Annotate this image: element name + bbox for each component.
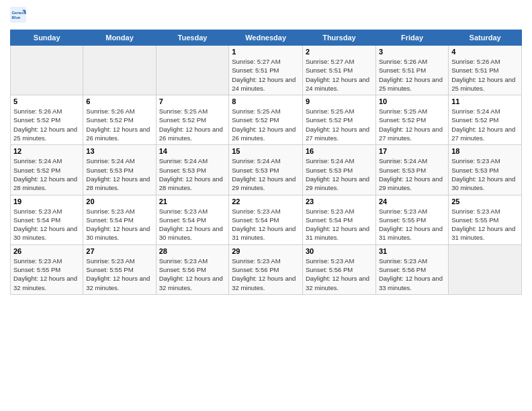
calendar-cell: 26Sunrise: 5:23 AM Sunset: 5:55 PM Dayli… bbox=[11, 244, 83, 294]
calendar-cell: 11Sunrise: 5:24 AM Sunset: 5:52 PM Dayli… bbox=[449, 95, 522, 145]
calendar-cell: 3Sunrise: 5:26 AM Sunset: 5:51 PM Daylig… bbox=[375, 46, 448, 95]
day-number: 19 bbox=[13, 197, 80, 205]
day-number: 1 bbox=[232, 48, 300, 56]
calendar-cell: 30Sunrise: 5:23 AM Sunset: 5:56 PM Dayli… bbox=[302, 244, 375, 294]
day-info: Sunrise: 5:26 AM Sunset: 5:52 PM Dayligh… bbox=[86, 107, 152, 142]
col-header-sunday: Sunday bbox=[11, 30, 83, 46]
calendar-week-row: 12Sunrise: 5:24 AM Sunset: 5:52 PM Dayli… bbox=[11, 145, 522, 195]
col-header-monday: Monday bbox=[83, 30, 156, 46]
day-info: Sunrise: 5:23 AM Sunset: 5:54 PM Dayligh… bbox=[13, 207, 80, 242]
calendar-week-row: 19Sunrise: 5:23 AM Sunset: 5:54 PM Dayli… bbox=[11, 195, 522, 244]
day-number: 4 bbox=[451, 48, 519, 56]
calendar-cell: 1Sunrise: 5:27 AM Sunset: 5:51 PM Daylig… bbox=[229, 46, 303, 95]
day-info: Sunrise: 5:23 AM Sunset: 5:55 PM Dayligh… bbox=[13, 257, 80, 292]
calendar-cell: 8Sunrise: 5:25 AM Sunset: 5:52 PM Daylig… bbox=[229, 95, 303, 145]
day-info: Sunrise: 5:24 AM Sunset: 5:53 PM Dayligh… bbox=[379, 156, 445, 192]
calendar-cell bbox=[11, 46, 83, 95]
col-header-wednesday: Wednesday bbox=[229, 30, 303, 46]
day-info: Sunrise: 5:24 AM Sunset: 5:52 PM Dayligh… bbox=[451, 107, 519, 142]
col-header-thursday: Thursday bbox=[302, 30, 375, 46]
day-info: Sunrise: 5:26 AM Sunset: 5:51 PM Dayligh… bbox=[451, 57, 519, 93]
day-info: Sunrise: 5:23 AM Sunset: 5:56 PM Dayligh… bbox=[159, 257, 226, 292]
calendar-cell: 22Sunrise: 5:23 AM Sunset: 5:54 PM Dayli… bbox=[229, 195, 303, 244]
day-info: Sunrise: 5:25 AM Sunset: 5:52 PM Dayligh… bbox=[159, 107, 226, 142]
day-info: Sunrise: 5:24 AM Sunset: 5:53 PM Dayligh… bbox=[159, 156, 226, 192]
calendar-cell: 7Sunrise: 5:25 AM Sunset: 5:52 PM Daylig… bbox=[156, 95, 229, 145]
day-info: Sunrise: 5:23 AM Sunset: 5:56 PM Dayligh… bbox=[306, 257, 373, 292]
calendar-cell: 21Sunrise: 5:23 AM Sunset: 5:54 PM Dayli… bbox=[156, 195, 229, 244]
day-info: Sunrise: 5:25 AM Sunset: 5:52 PM Dayligh… bbox=[232, 107, 300, 142]
calendar-week-row: 26Sunrise: 5:23 AM Sunset: 5:55 PM Dayli… bbox=[11, 244, 522, 294]
calendar-cell: 29Sunrise: 5:23 AM Sunset: 5:56 PM Dayli… bbox=[229, 244, 303, 294]
calendar-cell: 9Sunrise: 5:25 AM Sunset: 5:52 PM Daylig… bbox=[302, 95, 375, 145]
calendar-cell: 25Sunrise: 5:23 AM Sunset: 5:55 PM Dayli… bbox=[449, 195, 522, 244]
calendar-cell: 18Sunrise: 5:23 AM Sunset: 5:53 PM Dayli… bbox=[449, 145, 522, 195]
day-number: 3 bbox=[379, 48, 445, 56]
day-number: 20 bbox=[86, 197, 152, 205]
day-info: Sunrise: 5:25 AM Sunset: 5:52 PM Dayligh… bbox=[379, 107, 445, 142]
calendar-cell: 10Sunrise: 5:25 AM Sunset: 5:52 PM Dayli… bbox=[375, 95, 448, 145]
day-info: Sunrise: 5:23 AM Sunset: 5:54 PM Dayligh… bbox=[306, 207, 373, 242]
svg-rect-0 bbox=[10, 7, 26, 23]
day-info: Sunrise: 5:23 AM Sunset: 5:56 PM Dayligh… bbox=[232, 257, 300, 292]
day-info: Sunrise: 5:25 AM Sunset: 5:52 PM Dayligh… bbox=[306, 107, 373, 142]
calendar-cell: 12Sunrise: 5:24 AM Sunset: 5:52 PM Dayli… bbox=[11, 145, 83, 195]
calendar-week-row: 1Sunrise: 5:27 AM Sunset: 5:51 PM Daylig… bbox=[11, 46, 522, 95]
day-number: 23 bbox=[306, 197, 373, 205]
day-info: Sunrise: 5:24 AM Sunset: 5:53 PM Dayligh… bbox=[232, 156, 300, 192]
day-info: Sunrise: 5:23 AM Sunset: 5:56 PM Dayligh… bbox=[379, 257, 445, 292]
calendar-cell: 20Sunrise: 5:23 AM Sunset: 5:54 PM Dayli… bbox=[83, 195, 156, 244]
calendar-cell: 17Sunrise: 5:24 AM Sunset: 5:53 PM Dayli… bbox=[375, 145, 448, 195]
day-number: 27 bbox=[86, 247, 152, 255]
day-number: 5 bbox=[13, 97, 80, 105]
day-number: 17 bbox=[379, 147, 445, 155]
calendar-cell bbox=[449, 244, 522, 294]
day-info: Sunrise: 5:23 AM Sunset: 5:55 PM Dayligh… bbox=[86, 257, 152, 292]
day-info: Sunrise: 5:27 AM Sunset: 5:51 PM Dayligh… bbox=[306, 57, 373, 93]
day-number: 30 bbox=[306, 247, 373, 255]
logo-icon: General Blue bbox=[10, 7, 26, 23]
calendar-cell: 27Sunrise: 5:23 AM Sunset: 5:55 PM Dayli… bbox=[83, 244, 156, 294]
day-info: Sunrise: 5:23 AM Sunset: 5:55 PM Dayligh… bbox=[451, 207, 519, 242]
calendar-week-row: 5Sunrise: 5:26 AM Sunset: 5:52 PM Daylig… bbox=[11, 95, 522, 145]
day-number: 11 bbox=[451, 97, 519, 105]
calendar-table: SundayMondayTuesdayWednesdayThursdayFrid… bbox=[10, 30, 522, 295]
day-number: 14 bbox=[159, 147, 226, 155]
day-number: 13 bbox=[86, 147, 152, 155]
day-info: Sunrise: 5:24 AM Sunset: 5:53 PM Dayligh… bbox=[86, 156, 152, 192]
calendar-cell: 16Sunrise: 5:24 AM Sunset: 5:53 PM Dayli… bbox=[302, 145, 375, 195]
day-info: Sunrise: 5:23 AM Sunset: 5:54 PM Dayligh… bbox=[232, 207, 300, 242]
calendar-cell: 15Sunrise: 5:24 AM Sunset: 5:53 PM Dayli… bbox=[229, 145, 303, 195]
day-number: 15 bbox=[232, 147, 300, 155]
calendar-cell: 5Sunrise: 5:26 AM Sunset: 5:52 PM Daylig… bbox=[11, 95, 83, 145]
calendar-cell: 31Sunrise: 5:23 AM Sunset: 5:56 PM Dayli… bbox=[375, 244, 448, 294]
day-number: 26 bbox=[13, 247, 80, 255]
day-info: Sunrise: 5:24 AM Sunset: 5:52 PM Dayligh… bbox=[13, 156, 80, 192]
calendar-cell: 2Sunrise: 5:27 AM Sunset: 5:51 PM Daylig… bbox=[302, 46, 375, 95]
day-info: Sunrise: 5:26 AM Sunset: 5:52 PM Dayligh… bbox=[13, 107, 80, 142]
day-info: Sunrise: 5:24 AM Sunset: 5:53 PM Dayligh… bbox=[306, 156, 373, 192]
day-number: 21 bbox=[159, 197, 226, 205]
day-info: Sunrise: 5:23 AM Sunset: 5:55 PM Dayligh… bbox=[379, 207, 445, 242]
calendar-cell: 28Sunrise: 5:23 AM Sunset: 5:56 PM Dayli… bbox=[156, 244, 229, 294]
calendar-cell: 14Sunrise: 5:24 AM Sunset: 5:53 PM Dayli… bbox=[156, 145, 229, 195]
day-number: 6 bbox=[86, 97, 152, 105]
calendar-cell: 19Sunrise: 5:23 AM Sunset: 5:54 PM Dayli… bbox=[11, 195, 83, 244]
calendar-cell: 6Sunrise: 5:26 AM Sunset: 5:52 PM Daylig… bbox=[83, 95, 156, 145]
day-number: 16 bbox=[306, 147, 373, 155]
day-info: Sunrise: 5:23 AM Sunset: 5:54 PM Dayligh… bbox=[159, 207, 226, 242]
day-number: 31 bbox=[379, 247, 445, 255]
day-info: Sunrise: 5:27 AM Sunset: 5:51 PM Dayligh… bbox=[232, 57, 300, 93]
col-header-saturday: Saturday bbox=[449, 30, 522, 46]
day-number: 18 bbox=[451, 147, 519, 155]
day-info: Sunrise: 5:23 AM Sunset: 5:54 PM Dayligh… bbox=[86, 207, 152, 242]
calendar-cell bbox=[83, 46, 156, 95]
calendar-cell bbox=[156, 46, 229, 95]
calendar-header-row: SundayMondayTuesdayWednesdayThursdayFrid… bbox=[11, 30, 522, 46]
day-number: 2 bbox=[306, 48, 373, 56]
day-number: 28 bbox=[159, 247, 226, 255]
day-info: Sunrise: 5:23 AM Sunset: 5:53 PM Dayligh… bbox=[451, 156, 519, 192]
svg-text:Blue: Blue bbox=[11, 15, 21, 19]
calendar-cell: 23Sunrise: 5:23 AM Sunset: 5:54 PM Dayli… bbox=[302, 195, 375, 244]
day-number: 10 bbox=[379, 97, 445, 105]
